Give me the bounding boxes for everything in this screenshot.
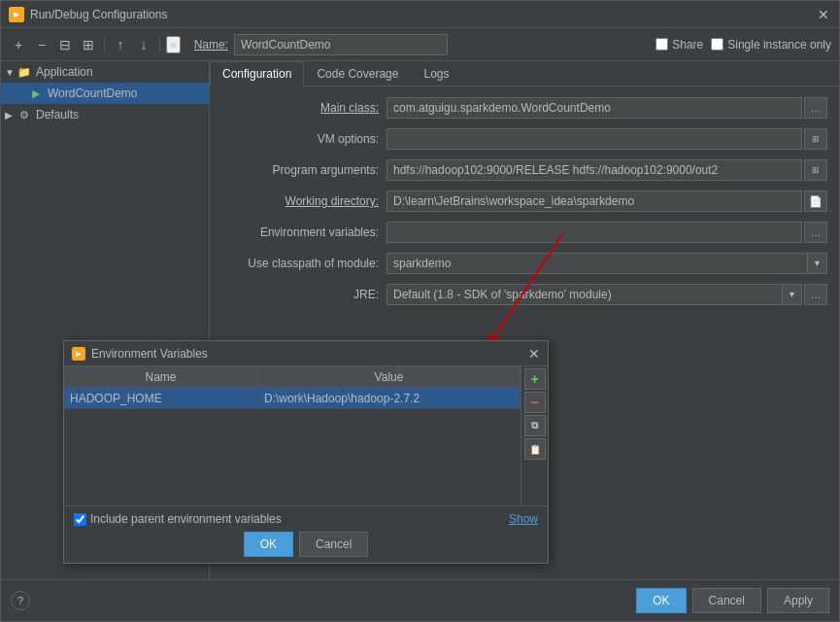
- tree-defaults-item[interactable]: ▶ ⚙ Defaults: [1, 104, 209, 125]
- env-col-value: Value: [258, 366, 521, 387]
- ok-button[interactable]: OK: [636, 588, 686, 613]
- name-section: Name:: [194, 34, 643, 55]
- main-class-field-group: …: [386, 97, 827, 119]
- env-table-body: HADOOP_HOME D:\work\Hadoop\hadoop-2.7.2: [64, 388, 521, 505]
- name-input[interactable]: [234, 34, 448, 55]
- tab-configuration[interactable]: Configuration: [210, 61, 304, 86]
- tree-application-item[interactable]: ▼ 📁 Application: [1, 61, 209, 83]
- vm-options-expand-btn[interactable]: ⊞: [804, 128, 827, 150]
- env-vars-field-group: …: [386, 222, 827, 243]
- program-args-row: Program arguments: ⊞: [221, 158, 827, 182]
- tabs: Configuration Code Coverage Logs: [210, 61, 839, 86]
- classpath-dropdown-arrow[interactable]: ▼: [808, 253, 827, 274]
- working-dir-label: Working directory:: [221, 194, 386, 208]
- env-dialog-title: Environment Variables: [91, 347, 528, 361]
- env-add-button[interactable]: +: [524, 368, 546, 390]
- application-folder-icon: 📁: [17, 64, 32, 80]
- title-icon: ►: [9, 7, 24, 22]
- help-button[interactable]: ?: [11, 591, 30, 610]
- include-parent-label: Include parent environment variables: [90, 512, 282, 526]
- env-title-bar: ► Environment Variables ✕: [64, 341, 548, 366]
- program-args-field-group: ⊞: [386, 159, 827, 181]
- env-copy-button[interactable]: ⧉: [524, 415, 546, 436]
- save-button[interactable]: ⊞: [79, 35, 98, 54]
- jre-browse-btn[interactable]: …: [804, 284, 827, 305]
- copy-button[interactable]: ⊟: [55, 35, 75, 54]
- env-close-button[interactable]: ✕: [528, 346, 540, 362]
- share-group: Share: [655, 38, 703, 52]
- working-dir-row: Working directory: 📄: [221, 190, 827, 213]
- more-button[interactable]: »: [166, 36, 181, 53]
- share-checkbox[interactable]: [655, 38, 668, 51]
- env-table-header: Name Value: [64, 366, 521, 388]
- env-table-area: Name Value HADOOP_HOME D:\work\Hadoop\ha…: [64, 366, 521, 505]
- apply-button[interactable]: Apply: [767, 588, 829, 613]
- classpath-row: Use classpath of module: sparkdemo ▼: [221, 252, 827, 275]
- main-class-row: Main class: …: [221, 96, 827, 120]
- working-dir-input[interactable]: [386, 190, 802, 212]
- classpath-select[interactable]: sparkdemo: [386, 253, 808, 274]
- vm-options-label: VM options:: [221, 132, 386, 146]
- single-instance-group: Single instance only: [711, 38, 831, 52]
- env-remove-button[interactable]: −: [524, 392, 546, 413]
- jre-input[interactable]: [386, 284, 783, 305]
- separator: [104, 37, 105, 52]
- main-class-label: Main class:: [221, 101, 386, 115]
- tree-arrow-defaults: ▶: [5, 110, 17, 121]
- separator2: [159, 37, 160, 52]
- jre-dropdown-arrow[interactable]: ▼: [783, 284, 802, 305]
- env-cell-name: HADOOP_HOME: [64, 388, 258, 408]
- classpath-select-group: sparkdemo ▼: [386, 253, 827, 274]
- env-paste-button[interactable]: 📋: [524, 438, 546, 460]
- wordcount-app-icon: ▶: [28, 86, 44, 101]
- close-button[interactable]: ✕: [816, 7, 831, 22]
- tree-arrow-application: ▼: [5, 67, 17, 78]
- include-parent-checkbox[interactable]: [74, 513, 86, 526]
- move-up-button[interactable]: ↑: [111, 35, 130, 54]
- show-link[interactable]: Show: [509, 512, 538, 526]
- bottom-bar: ? OK Cancel Apply: [1, 579, 839, 621]
- vm-options-input[interactable]: [386, 128, 802, 150]
- defaults-label: Defaults: [36, 108, 79, 121]
- toolbar: + − ⊟ ⊞ ↑ ↓ » Name: Share Single instanc…: [1, 28, 839, 61]
- env-row[interactable]: HADOOP_HOME D:\work\Hadoop\hadoop-2.7.2: [64, 388, 521, 409]
- move-down-button[interactable]: ↓: [134, 35, 153, 54]
- application-label: Application: [36, 65, 93, 79]
- tab-logs[interactable]: Logs: [411, 61, 461, 86]
- program-args-input[interactable]: [386, 159, 802, 181]
- dialog-title: Run/Debug Configurations: [30, 8, 816, 21]
- include-parent-group: Include parent environment variables: [74, 512, 501, 526]
- main-class-browse-btn[interactable]: …: [804, 97, 827, 119]
- env-vars-label: Environment variables:: [221, 225, 386, 239]
- add-button[interactable]: +: [9, 35, 28, 54]
- env-ok-button[interactable]: OK: [244, 532, 293, 557]
- env-col-name: Name: [64, 366, 258, 387]
- share-label: Share: [672, 38, 703, 52]
- env-vars-row: Environment variables: …: [221, 221, 827, 244]
- program-args-label: Program arguments:: [221, 163, 386, 177]
- env-dialog: ► Environment Variables ✕ Name Value HAD…: [63, 340, 549, 564]
- wordcount-label: WordCountDemo: [48, 86, 137, 100]
- env-vars-input[interactable]: [386, 222, 802, 243]
- vm-options-row: VM options: ⊞: [221, 127, 827, 151]
- env-cell-value: D:\work\Hadoop\hadoop-2.7.2: [258, 388, 521, 408]
- working-dir-field-group: 📄: [386, 190, 827, 212]
- jre-row: JRE: ▼ …: [221, 283, 827, 306]
- env-vars-browse-btn[interactable]: …: [804, 222, 827, 243]
- defaults-icon: ⚙: [17, 107, 32, 122]
- working-dir-browse-btn[interactable]: 📄: [804, 190, 827, 212]
- vm-options-field-group: ⊞: [386, 128, 827, 150]
- single-instance-label: Single instance only: [727, 38, 831, 52]
- tree-wordcount-item[interactable]: ▶ WordCountDemo: [1, 83, 209, 104]
- env-cancel-button[interactable]: Cancel: [299, 532, 368, 557]
- tab-code-coverage[interactable]: Code Coverage: [304, 61, 411, 86]
- remove-button[interactable]: −: [32, 35, 51, 54]
- single-instance-checkbox[interactable]: [711, 38, 723, 51]
- main-class-input[interactable]: [386, 97, 802, 119]
- cancel-button[interactable]: Cancel: [692, 588, 761, 613]
- program-args-expand-btn[interactable]: ⊞: [804, 159, 827, 181]
- classpath-label: Use classpath of module:: [221, 257, 386, 270]
- jre-label: JRE:: [221, 288, 386, 301]
- env-title-icon: ►: [72, 347, 85, 361]
- env-content: Name Value HADOOP_HOME D:\work\Hadoop\ha…: [64, 366, 548, 505]
